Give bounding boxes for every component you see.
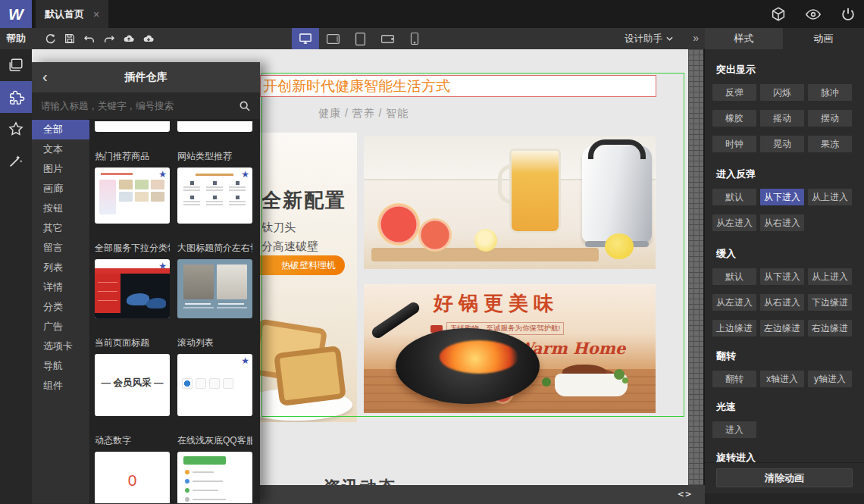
wok-banner-image[interactable]: 好锅更美味 无忧购物，至诚服务为你保驾护航! Warm Home <box>364 284 656 413</box>
category-other[interactable]: 其它 <box>32 218 89 238</box>
tab-close-icon[interactable]: × <box>93 8 99 20</box>
category-button[interactable]: 按钮 <box>32 199 89 218</box>
sidebar-item-plugins[interactable] <box>0 81 32 113</box>
anim-button[interactable]: 闪烁 <box>760 84 804 101</box>
page-tab-default-home[interactable]: 默认首页 × <box>36 0 108 28</box>
anim-button[interactable]: 果冻 <box>808 136 852 152</box>
plugin-category-list: 全部 文本 图片 画廊 按钮 其它 留言 列表 详情 分类 广告 选项卡 导航 … <box>32 120 89 503</box>
sidebar-item-pages[interactable] <box>0 49 32 81</box>
favorite-star-icon[interactable]: ★ <box>158 261 167 271</box>
category-detail[interactable]: 详情 <box>32 277 89 297</box>
page-title-component[interactable]: 开创新时代健康智能生活方式 <box>260 75 656 97</box>
anim-button[interactable]: 时钟 <box>712 136 756 152</box>
plugin-card-hot-products[interactable]: ★ <box>95 167 170 224</box>
anim-button[interactable]: 摇动 <box>760 110 804 127</box>
plugin-card-dropdown-nav[interactable]: ★ <box>95 259 170 318</box>
anim-button[interactable]: 从上进入 <box>808 189 852 205</box>
design-assistant-dropdown[interactable]: 设计助手 <box>625 28 673 49</box>
device-desktop-button[interactable] <box>292 28 319 49</box>
help-button[interactable]: 帮助 <box>6 28 26 49</box>
promo-banner-blender[interactable]: 全新配置 钛刀头 分高速破壁 热破壁料理机 <box>260 133 357 422</box>
category-ad[interactable]: 广告 <box>32 317 89 337</box>
anim-button[interactable]: 从左进入 <box>712 294 756 311</box>
anim-button[interactable]: 右边缘进 <box>808 320 852 337</box>
plugin-card-image-slider[interactable] <box>177 259 252 318</box>
plugin-card-partial[interactable] <box>95 121 170 132</box>
anim-button-active[interactable]: 从下进入 <box>760 189 804 205</box>
category-message[interactable]: 留言 <box>32 238 89 258</box>
favorite-star-icon[interactable]: ★ <box>241 355 249 366</box>
editor-toolbar: 帮助 <box>0 28 864 49</box>
plugin-card-site-types[interactable]: ★ <box>177 167 252 224</box>
anim-button[interactable]: 从右进入 <box>760 214 804 231</box>
anim-button[interactable]: 晃动 <box>760 136 804 152</box>
anim-button[interactable]: 从右进入 <box>760 294 804 311</box>
favorite-star-icon[interactable]: ★ <box>158 169 167 180</box>
app-logo[interactable]: W <box>0 0 32 28</box>
tab-animation[interactable]: 动画 <box>783 28 864 49</box>
category-gallery[interactable]: 画廊 <box>32 179 89 199</box>
device-tablet-landscape-button[interactable] <box>319 28 346 49</box>
plugin-card-dynamic-number[interactable]: 0 <box>95 452 170 503</box>
plugin-panel-body: 全部 文本 图片 画廊 按钮 其它 留言 列表 详情 分类 广告 选项卡 导航 … <box>32 120 260 503</box>
anim-button[interactable]: 脉冲 <box>808 84 852 101</box>
anim-button[interactable]: 翻转 <box>712 371 756 387</box>
anim-button[interactable]: 上边缘进 <box>712 320 756 337</box>
device-phone-portrait-button[interactable] <box>401 28 428 49</box>
category-component[interactable]: 组件 <box>32 376 89 396</box>
plugin-card-page-title[interactable]: — 会员风采 — <box>95 354 170 416</box>
canvas-edge-gutter[interactable] <box>688 49 703 485</box>
code-view-icon[interactable]: <> <box>678 488 693 499</box>
collapse-panel-button[interactable]: » <box>693 28 699 49</box>
anim-button[interactable]: 从下进入 <box>760 268 804 285</box>
anim-button[interactable]: 进入 <box>712 421 756 438</box>
refresh-icon[interactable] <box>44 33 56 45</box>
promo-headline: 全新配置 <box>261 187 346 214</box>
search-icon[interactable] <box>239 100 251 112</box>
category-text[interactable]: 文本 <box>32 139 89 159</box>
anim-button[interactable]: 默认 <box>712 268 756 285</box>
clear-animation-button[interactable]: 清除动画 <box>716 468 853 487</box>
anim-button[interactable]: 下边缘进 <box>808 294 852 311</box>
promo-button[interactable]: 热破壁料理机 <box>260 255 345 275</box>
news-section-heading[interactable]: 资讯动态 <box>324 476 396 485</box>
kettle-banner-image[interactable] <box>364 136 656 269</box>
top-bar: W 默认首页 × <box>0 0 864 28</box>
preview-eye-icon[interactable] <box>805 6 822 23</box>
category-tabs[interactable]: 选项卡 <box>32 337 89 356</box>
cube-icon[interactable] <box>770 6 787 23</box>
favorite-star-icon[interactable]: ★ <box>241 169 249 180</box>
category-nav[interactable]: 导航 <box>32 356 89 376</box>
category-all[interactable]: 全部 <box>32 120 89 139</box>
anim-button[interactable]: 反弹 <box>712 84 756 101</box>
category-list[interactable]: 列表 <box>32 258 89 277</box>
plugin-search-input[interactable] <box>32 92 229 120</box>
save-icon[interactable] <box>64 33 76 45</box>
back-chevron-icon[interactable]: ‹ <box>42 68 53 85</box>
anim-button[interactable]: y轴进入 <box>808 371 852 387</box>
redo-icon[interactable] <box>103 33 115 45</box>
cloud-download-icon[interactable] <box>142 33 155 45</box>
anim-button[interactable]: 从上进入 <box>808 268 852 285</box>
plugin-card-qq-service[interactable] <box>177 452 252 503</box>
cloud-upload-icon[interactable] <box>123 33 135 45</box>
plugin-card-partial[interactable] <box>177 121 252 132</box>
tab-style[interactable]: 样式 <box>705 28 783 49</box>
sidebar-item-favorites[interactable] <box>0 113 32 145</box>
page-subtitle-text[interactable]: 健康 / 营养 / 智能 <box>318 107 409 121</box>
device-tablet-portrait-button[interactable] <box>346 28 374 49</box>
vegetable-image <box>614 369 625 380</box>
sidebar-item-tools[interactable] <box>0 145 32 177</box>
anim-button[interactable]: 橡胶 <box>712 110 756 127</box>
device-phone-landscape-button[interactable] <box>374 28 401 49</box>
anim-button[interactable]: x轴进入 <box>760 371 804 387</box>
plugin-card-scroll-list[interactable]: ★ <box>177 354 252 416</box>
anim-button[interactable]: 从左进入 <box>712 214 756 231</box>
anim-button[interactable]: 摆动 <box>808 110 852 127</box>
category-image[interactable]: 图片 <box>32 159 89 179</box>
undo-icon[interactable] <box>83 33 95 45</box>
anim-button[interactable]: 左边缘进 <box>760 320 804 337</box>
anim-button[interactable]: 默认 <box>712 189 756 205</box>
power-icon[interactable] <box>840 6 856 23</box>
category-classify[interactable]: 分类 <box>32 297 89 317</box>
